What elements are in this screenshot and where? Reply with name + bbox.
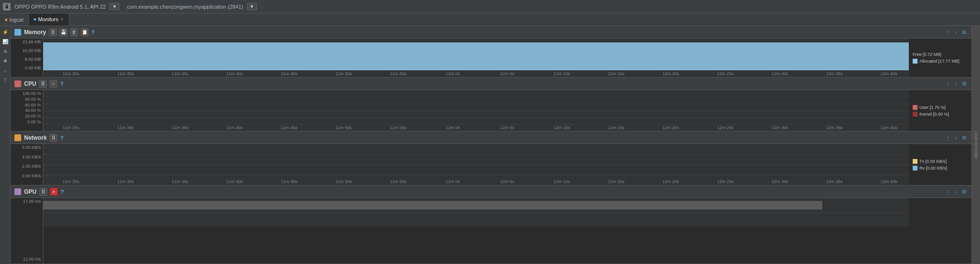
app-dropdown[interactable]: ▼ bbox=[247, 3, 257, 10]
device-dropdown[interactable]: ▼ bbox=[110, 3, 119, 10]
memory-panel-title: Memory bbox=[24, 29, 46, 36]
sidebar-icon-3[interactable]: ⊕ bbox=[1, 47, 9, 55]
time-label-10: 12m 15s bbox=[608, 71, 625, 76]
network-y-axis: 5.00 KB/s 4.00 KB/s 2.00 KB/s 0.00 KB/s bbox=[11, 144, 43, 185]
memory-pause-btn[interactable]: II bbox=[49, 28, 57, 36]
device-icon: 📱 bbox=[3, 3, 11, 11]
sidebar-icon-5[interactable]: ↔ bbox=[1, 66, 9, 74]
sidebar-icon-6[interactable]: ? bbox=[1, 76, 9, 84]
cpu-down-btn[interactable]: ↓ bbox=[953, 80, 959, 87]
network-up-btn[interactable]: ↑ bbox=[944, 134, 951, 141]
memory-free-label: Free [5.72 MB] bbox=[913, 52, 942, 57]
gpu-pause-btn[interactable]: II bbox=[39, 188, 47, 196]
cpu-user-label: User [1.75 %] bbox=[919, 105, 946, 110]
tab-monitors-label: Monitors bbox=[38, 16, 58, 22]
cpu-panel-title: CPU bbox=[24, 80, 36, 87]
memory-nav-btns: ↑ ↓ ⊟ bbox=[944, 29, 967, 36]
gpu-panel-title: GPU bbox=[24, 188, 37, 195]
cpu-up-btn[interactable]: ↑ bbox=[944, 80, 951, 87]
network-expand-btn[interactable]: ⊟ bbox=[961, 134, 967, 141]
monitors-icon: ■ bbox=[34, 17, 36, 22]
memory-legend-free: Free [5.72 MB] bbox=[913, 52, 967, 57]
network-rx-label: Rx [0.00 KB/s] bbox=[919, 166, 947, 171]
time-label-3: 11m 40s bbox=[226, 71, 243, 76]
cpu-record-btn[interactable]: ⊙ bbox=[50, 80, 57, 88]
memory-legend: Free [5.72 MB] Allocated [17.77 MB] bbox=[909, 39, 971, 77]
network-nav-btns: ↑ ↓ ⊟ bbox=[944, 134, 967, 141]
time-label-14: 12m 35s bbox=[826, 71, 843, 76]
gpu-nav-btns: ↑ ↓ ⊟ bbox=[944, 188, 967, 195]
network-grid-3 bbox=[43, 175, 909, 175]
gpu-help-btn[interactable]: ? bbox=[61, 189, 64, 195]
memory-panel: Memory II 💾 🗑 📋 ? ↑ ↓ ⊟ 23.49 MB 16.00 M… bbox=[11, 26, 971, 78]
memory-up-btn[interactable]: ↑ bbox=[944, 29, 951, 36]
cpu-panel-icon bbox=[14, 80, 21, 87]
time-label-7: 12m 0s bbox=[446, 71, 460, 76]
time-label-6: 11m 55s bbox=[390, 71, 407, 76]
network-chart-main: 11m 25s 11m 30s 11m 35s 11m 40s 11m 45s … bbox=[43, 144, 909, 185]
cpu-grid-1 bbox=[43, 97, 909, 97]
main-content: ⚡ 📊 ⊕ ✖ ↔ ? Memory II 💾 🗑 📋 ? ↑ ↓ ⊟ bbox=[0, 26, 980, 264]
memory-help-btn[interactable]: ? bbox=[91, 29, 95, 35]
cpu-legend: User [1.75 %] Kernel [0.00 %] bbox=[909, 90, 971, 131]
cpu-nav-btns: ↑ ↓ ⊟ bbox=[944, 80, 967, 87]
time-label-1: 11m 30s bbox=[117, 71, 134, 76]
gpu-legend bbox=[909, 198, 971, 264]
cpu-pause-btn[interactable]: II bbox=[39, 80, 47, 88]
network-help-btn[interactable]: ? bbox=[60, 135, 63, 141]
time-label-2: 11m 35s bbox=[172, 71, 188, 76]
sidebar-icon-2[interactable]: 📊 bbox=[1, 38, 9, 45]
cpu-y-axis: 100.00 % 80.00 % 60.00 % 40.00 % 20.00 %… bbox=[11, 90, 43, 131]
memory-expand-btn[interactable]: ⊟ bbox=[961, 29, 967, 36]
memory-dump-btn[interactable]: 💾 bbox=[60, 28, 67, 36]
tab-close-icon[interactable]: ✕ bbox=[60, 17, 64, 22]
memory-allocated-label: Allocated [17.77 MB] bbox=[919, 59, 959, 64]
cpu-help-btn[interactable]: ? bbox=[60, 81, 63, 87]
top-toolbar: 📱 OPPO OPPO R9m Android 5.1, API 22 ▼ co… bbox=[0, 0, 980, 13]
gpu-panel: GPU II ● ? ↑ ↓ ⊟ 17.00 ms 12.00 ms bbox=[11, 185, 971, 264]
memory-legend-allocated: Allocated [17.77 MB] bbox=[913, 59, 967, 64]
sidebar-icon-1[interactable]: ⚡ bbox=[1, 28, 9, 36]
app-label: com.example.chenzongwen.myapplication (2… bbox=[127, 4, 243, 10]
network-panel-header: Network II ? ↑ ↓ ⊟ bbox=[11, 132, 971, 144]
cpu-grid-4 bbox=[43, 118, 909, 118]
network-grid-1 bbox=[43, 154, 909, 155]
cpu-panel: CPU II ⊙ ? ↑ ↓ ⊟ 100.00 % 80.00 % 60.00 … bbox=[11, 78, 971, 132]
gpu-bar bbox=[43, 201, 822, 210]
memory-gc-btn[interactable]: 🗑 bbox=[70, 28, 78, 36]
tab-logcat[interactable]: ■ logcat bbox=[0, 13, 29, 26]
time-label-4: 11m 45s bbox=[281, 71, 298, 76]
cpu-kernel-label: Kernel [0.00 %] bbox=[919, 112, 949, 117]
cpu-legend-kernel: Kernel [0.00 %] bbox=[913, 112, 967, 117]
gpu-chart-area: 17.00 ms 12.00 ms bbox=[11, 198, 971, 264]
cpu-legend-user: User [1.75 %] bbox=[913, 105, 967, 110]
network-tx-label: Tx [0.00 KB/s] bbox=[919, 159, 947, 164]
time-label-0: 11m 25s bbox=[63, 71, 79, 76]
network-rx-color bbox=[913, 166, 917, 171]
network-panel-icon bbox=[14, 134, 21, 141]
network-grid-2 bbox=[43, 165, 909, 165]
network-panel-title: Network bbox=[24, 134, 47, 141]
sidebar-icon-4[interactable]: ✖ bbox=[1, 57, 9, 65]
gpu-chart-main bbox=[43, 198, 909, 227]
memory-hprof-btn[interactable]: 📋 bbox=[81, 28, 88, 36]
network-legend: Tx [0.00 KB/s] Rx [0.00 KB/s] bbox=[909, 144, 971, 185]
time-label-8: 12m 5s bbox=[500, 71, 515, 76]
monitors-area: Memory II 💾 🗑 📋 ? ↑ ↓ ⊟ 23.49 MB 16.00 M… bbox=[11, 26, 971, 264]
gpu-up-btn[interactable]: ↑ bbox=[944, 188, 951, 195]
gpu-panel-header: GPU II ● ? ↑ ↓ ⊟ bbox=[11, 185, 971, 198]
memory-down-btn[interactable]: ↓ bbox=[953, 29, 959, 36]
gpu-record-btn[interactable]: ● bbox=[50, 188, 58, 196]
tab-logcat-label: logcat bbox=[9, 17, 23, 23]
memory-chart-main: 11m 25s 11m 30s 11m 35s 11m 40s 11m 45s … bbox=[43, 39, 909, 77]
gpu-expand-btn[interactable]: ⊟ bbox=[961, 188, 967, 195]
time-label-15: 12m 40s bbox=[880, 71, 897, 76]
cpu-expand-btn[interactable]: ⊟ bbox=[961, 80, 967, 87]
memory-allocated-color bbox=[913, 59, 917, 64]
tab-monitors[interactable]: ■ Monitors ✕ bbox=[29, 13, 70, 26]
network-pause-btn[interactable]: II bbox=[50, 134, 57, 142]
tab-bar: ■ logcat ■ Monitors ✕ bbox=[0, 13, 980, 26]
gpu-down-btn[interactable]: ↓ bbox=[953, 188, 959, 195]
time-label-5: 11m 50s bbox=[335, 71, 352, 76]
network-down-btn[interactable]: ↓ bbox=[953, 134, 959, 141]
